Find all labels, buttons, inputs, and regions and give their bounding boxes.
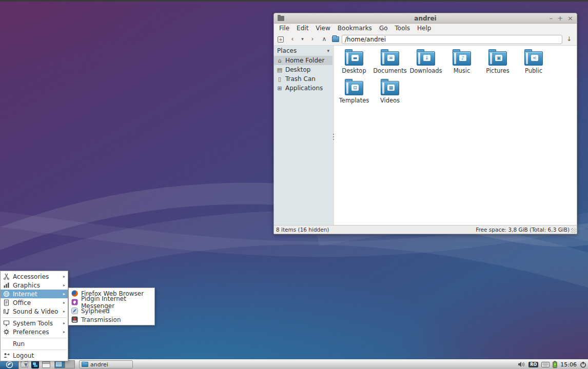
folder-icon: ♪ — [451, 49, 473, 66]
submenu-item-label: Sylpheed — [81, 308, 110, 315]
places-selector[interactable]: Places ▾ — [274, 46, 332, 56]
menu-separator — [1, 336, 68, 339]
folder-icon: ↓ — [415, 49, 437, 66]
up-button[interactable]: ∧ — [319, 35, 329, 44]
maximize-button[interactable]: + — [557, 14, 563, 23]
menu-go[interactable]: Go — [376, 24, 391, 33]
submenu-arrow-icon: ▸ — [63, 274, 65, 279]
firefox-icon — [71, 290, 79, 297]
submenu-arrow-icon: ▸ — [63, 283, 65, 288]
items-count-text: 8 items (16 hidden) — [276, 227, 329, 233]
sidebar-item-label: Applications — [285, 85, 323, 92]
resize-grip[interactable] — [571, 228, 576, 233]
taskbar: andrei RO 15:06 — [0, 359, 588, 369]
trash-icon: ▯ — [276, 76, 283, 83]
sidebar-item-home-folder[interactable]: ⌂ Home Folder — [274, 56, 332, 65]
home-button-icon[interactable] — [332, 36, 339, 42]
window-titlebar[interactable]: andrei – + × — [274, 13, 577, 24]
sidebar-item-trash-can[interactable]: ▯ Trash Can — [274, 74, 332, 84]
terminal-window-icon — [42, 361, 50, 368]
desktop[interactable]: andrei – + × File Edit View Bookmarks Go… — [0, 0, 588, 369]
statusbar: 8 items (16 hidden) Free space: 3,8 GiB … — [274, 225, 577, 234]
task-button-label: andrei — [90, 361, 108, 368]
toolbar: + ‹ ▾ › ∧ ↓ — [274, 33, 577, 46]
sidebar-item-applications[interactable]: ⊞ Applications — [274, 84, 332, 93]
folder-icon: ▬ — [343, 49, 365, 66]
menu-item-logout[interactable]: Logout — [1, 351, 68, 360]
menu-item-internet[interactable]: Internet ▸ — [1, 290, 68, 298]
keyboard-icon[interactable] — [541, 362, 550, 367]
folder-item-music[interactable]: ♪ Music — [444, 49, 480, 79]
workspace-pager[interactable] — [54, 360, 75, 368]
submenu-item-pidgin[interactable]: Pidgin Internet Messenger — [69, 298, 154, 306]
menu-separator — [1, 348, 68, 351]
folder-icon: ≡ — [379, 49, 401, 66]
workspace-2[interactable] — [65, 361, 74, 368]
close-button[interactable]: × — [567, 14, 573, 23]
places-header-label: Places — [277, 47, 297, 54]
desktop-settings-icon — [31, 361, 39, 368]
graphics-icon — [3, 282, 10, 289]
file-manager-window: andrei – + × File Edit View Bookmarks Go… — [273, 13, 577, 234]
minimize-button[interactable]: – — [550, 14, 553, 23]
back-history-dropdown-icon[interactable]: ▾ — [299, 35, 306, 44]
preferences-icon — [3, 329, 10, 336]
sidebar-item-label: Desktop — [285, 66, 311, 73]
menu-item-label: Preferences — [13, 329, 49, 336]
back-button[interactable]: ‹ — [287, 35, 298, 44]
folder-item-videos[interactable]: ▦ Videos — [372, 79, 408, 109]
folder-item-documents[interactable]: ≡ Documents — [372, 49, 408, 79]
folder-icon: ⊡ — [343, 79, 365, 95]
battery-icon[interactable] — [553, 361, 557, 368]
menu-item-preferences[interactable]: Preferences ▸ — [1, 327, 68, 336]
folder-item-templates[interactable]: ⊡ Templates — [336, 79, 372, 109]
jump-to-icon[interactable]: ↓ — [564, 35, 574, 44]
folder-label: Documents — [372, 67, 408, 74]
menu-item-graphics[interactable]: Graphics ▸ — [1, 281, 68, 290]
power-icon[interactable] — [580, 361, 586, 368]
menu-item-office[interactable]: Office ▸ — [1, 298, 68, 307]
volume-icon[interactable] — [518, 361, 525, 367]
clock[interactable]: 15:06 — [560, 361, 577, 368]
keyboard-layout-indicator[interactable]: RO — [528, 362, 538, 367]
folder-item-pictures[interactable]: ▣ Pictures — [480, 49, 516, 79]
folder-icon-view[interactable]: ▬ Desktop ≡ Documents ↓ Downloads ♪ Musi… — [334, 46, 577, 225]
sidebar-item-desktop[interactable]: ▤ Desktop — [274, 65, 332, 74]
sylpheed-icon — [71, 308, 79, 315]
home-icon: ⌂ — [276, 57, 283, 64]
screen-top-border — [0, 0, 588, 2]
submenu-arrow-icon: ▸ — [63, 321, 65, 325]
submenu-arrow-icon: ▸ — [63, 330, 65, 334]
lubuntu-logo-icon — [6, 361, 13, 368]
menu-item-run[interactable]: Run — [1, 339, 68, 348]
menu-help[interactable]: Help — [414, 24, 435, 33]
system-tools-icon — [3, 320, 10, 327]
folder-item-downloads[interactable]: ↓ Downloads — [408, 49, 444, 79]
folder-label: Downloads — [408, 67, 444, 74]
folder-item-desktop[interactable]: ▬ Desktop — [336, 49, 372, 79]
pidgin-icon — [71, 299, 79, 306]
menu-view[interactable]: View — [312, 24, 334, 33]
menu-edit[interactable]: Edit — [293, 24, 312, 33]
sidebar-item-label: Trash Can — [285, 75, 316, 83]
file-manager-icon — [21, 361, 28, 367]
path-input[interactable] — [342, 35, 562, 44]
submenu-item-transmission[interactable]: Transmission — [69, 315, 154, 324]
menu-item-sound-video[interactable]: Sound & Video ▸ — [1, 307, 68, 316]
applications-icon: ⊞ — [276, 85, 283, 92]
transmission-icon — [71, 316, 79, 323]
menu-tools[interactable]: Tools — [391, 24, 414, 33]
menu-item-label: Internet — [13, 291, 37, 298]
folder-item-public[interactable]: < Public — [516, 49, 552, 79]
workspace-1[interactable] — [55, 361, 65, 368]
new-tab-icon[interactable]: + — [278, 36, 284, 43]
folder-label: Public — [516, 67, 552, 74]
menu-file[interactable]: File — [276, 24, 293, 33]
menu-item-system-tools[interactable]: System Tools ▸ — [1, 319, 68, 327]
menu-item-accessories[interactable]: Accessories ▸ — [1, 272, 68, 281]
free-space-text: Free space: 3,8 GiB (Total: 6,3 GiB) — [476, 227, 575, 233]
task-button-andrei[interactable]: andrei — [79, 360, 133, 368]
sidebar-splitter[interactable] — [332, 46, 334, 225]
menu-bookmarks[interactable]: Bookmarks — [334, 24, 376, 33]
forward-button[interactable]: › — [307, 35, 318, 44]
